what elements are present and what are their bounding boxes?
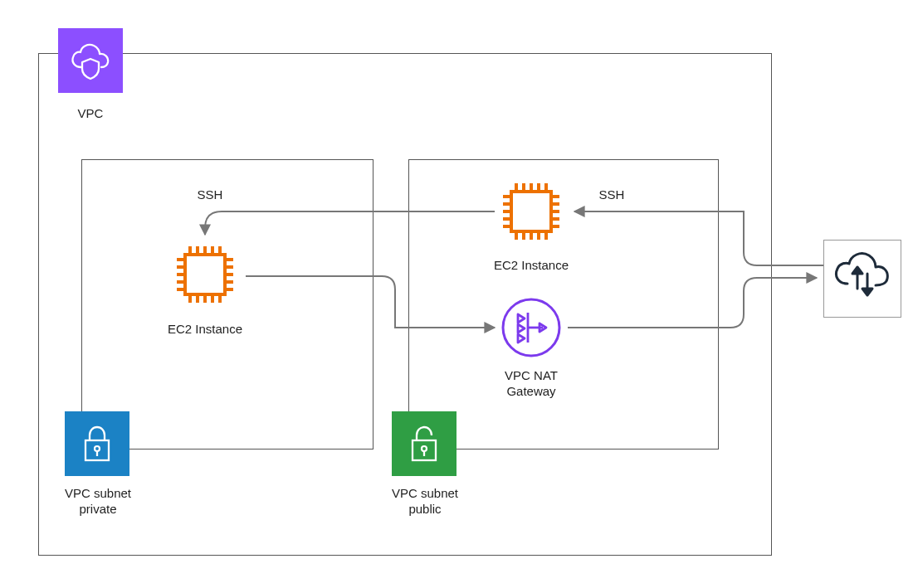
ec2-public-label: EC2 Instance bbox=[470, 258, 593, 274]
nat-gateway-icon bbox=[498, 294, 564, 361]
svg-point-4 bbox=[422, 446, 427, 451]
public-subnet-label: VPC subnet public bbox=[375, 486, 475, 518]
ec2-private-label: EC2 Instance bbox=[144, 322, 266, 338]
nat-icon bbox=[498, 294, 564, 361]
ssh-left-label: SSH bbox=[189, 187, 231, 203]
ec2-private-icon bbox=[168, 238, 242, 311]
svg-point-1 bbox=[95, 446, 100, 451]
private-subnet-badge bbox=[65, 411, 129, 476]
ssh-right-label: SSH bbox=[591, 187, 632, 203]
igw-box bbox=[823, 240, 901, 318]
ec2-public-icon bbox=[495, 175, 568, 248]
chip-icon bbox=[168, 238, 242, 311]
lock-open-icon bbox=[407, 424, 442, 464]
nat-gateway-label: VPC NAT Gateway bbox=[480, 368, 583, 400]
svg-rect-6 bbox=[185, 255, 225, 294]
cloud-shield-icon bbox=[66, 41, 115, 80]
svg-rect-27 bbox=[511, 192, 551, 231]
chip-icon bbox=[495, 175, 568, 248]
vpc-badge bbox=[58, 28, 123, 93]
lock-icon bbox=[80, 424, 115, 464]
vpc-label: VPC bbox=[58, 106, 123, 122]
internet-gateway-icon bbox=[824, 241, 901, 317]
private-subnet-label: VPC subnet private bbox=[48, 486, 148, 518]
public-subnet-badge bbox=[392, 411, 456, 476]
